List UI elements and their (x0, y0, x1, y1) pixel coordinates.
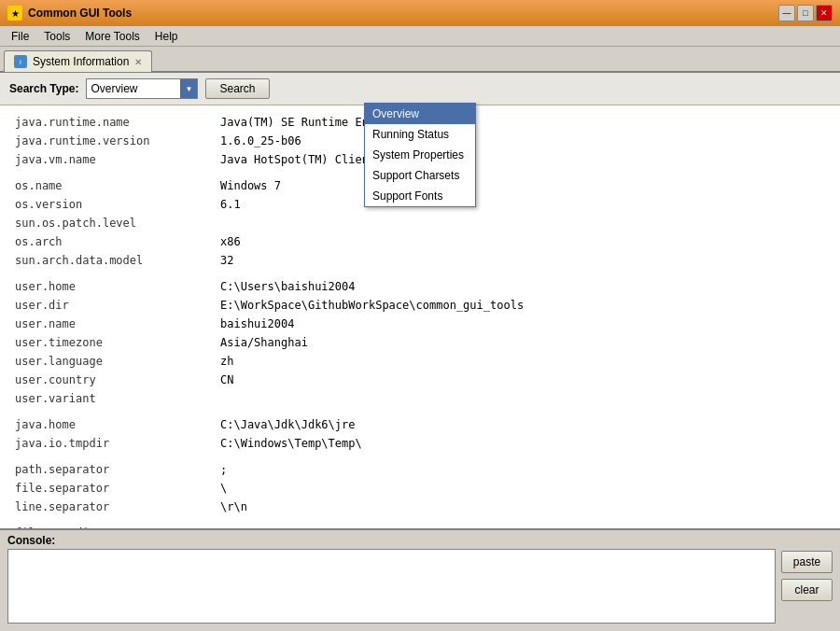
table-row: line.separator\r\n (15, 498, 825, 516)
maximize-button[interactable]: □ (797, 5, 814, 21)
info-key: java.io.tmpdir (15, 435, 220, 452)
dropdown-arrow-icon[interactable]: ▼ (180, 79, 197, 98)
paste-button[interactable]: paste (781, 551, 833, 573)
info-key: user.home (15, 278, 220, 295)
table-row: user.variant (15, 389, 825, 408)
close-button[interactable]: ✕ (816, 5, 833, 21)
table-row: user.countryCN (15, 371, 825, 389)
info-value: 32 (220, 252, 233, 269)
info-key: sun.arch.data.model (15, 252, 220, 269)
clear-button[interactable]: clear (781, 579, 833, 601)
table-row: file.separator\ (15, 479, 825, 498)
info-value: zh (220, 353, 233, 370)
app-icon: ★ (7, 6, 22, 21)
info-key: sun.os.patch.level (15, 215, 220, 231)
minimize-button[interactable]: — (778, 5, 795, 21)
menu-tools[interactable]: Tools (36, 28, 77, 45)
menu-bar: File Tools More Tools Help (0, 26, 840, 47)
info-key: user.dir (15, 297, 220, 314)
tab-bar: i System Information ✕ (0, 47, 840, 73)
info-value: 1.6.0_25-b06 (220, 133, 301, 149)
info-value: UTF-8 (220, 525, 254, 528)
info-spacer (15, 408, 825, 415)
table-row: sun.arch.data.model32 (15, 251, 825, 270)
info-value: C:\Windows\Temp\Temp\ (220, 435, 362, 452)
table-row: sun.os.patch.level (15, 214, 825, 232)
info-value: Asia/Shanghai (220, 334, 308, 351)
info-key: user.variant (15, 390, 220, 407)
tab-icon: i (14, 55, 27, 68)
title-bar: ★ Common GUI Tools — □ ✕ (0, 0, 840, 26)
info-value: C:\Users\baishui2004 (220, 278, 356, 295)
dropdown-option-support-fonts[interactable]: Support Fonts (365, 186, 475, 206)
info-spacer (15, 516, 825, 524)
dropdown-option-overview[interactable]: Overview (365, 104, 475, 124)
info-key: line.separator (15, 498, 220, 515)
console-label: Console: (0, 530, 840, 549)
search-bar: Search Type: Overview ▼ Search (0, 73, 840, 105)
info-value: 6.1 (220, 196, 241, 213)
table-row: java.homeC:\Java\Jdk\Jdk6\jre (15, 415, 825, 434)
info-key: user.language (15, 353, 220, 370)
table-row: user.dirE:\WorkSpace\GithubWorkSpace\com… (15, 296, 825, 315)
info-key: java.runtime.version (15, 133, 220, 149)
info-value: C:\Java\Jdk\Jdk6\jre (220, 416, 356, 433)
info-spacer (15, 270, 825, 277)
info-value: E:\WorkSpace\GithubWorkSpace\common_gui_… (220, 297, 524, 314)
console-buttons: paste clear (781, 549, 833, 624)
info-value: \r\n (220, 498, 247, 515)
search-type-label: Search Type: (9, 82, 78, 95)
info-key: java.runtime.name (15, 114, 220, 131)
search-type-wrapper: Overview ▼ (86, 78, 198, 99)
search-type-value: Overview (87, 80, 180, 97)
info-key: java.vm.name (15, 151, 220, 168)
tab-system-information[interactable]: i System Information ✕ (4, 50, 152, 72)
info-key: java.home (15, 416, 220, 433)
info-spacer (15, 453, 825, 460)
search-type-dropdown: Overview Running Status System Propertie… (364, 103, 476, 207)
dropdown-option-running-status[interactable]: Running Status (365, 124, 475, 145)
menu-help[interactable]: Help (147, 28, 186, 45)
table-row: path.separator; (15, 460, 825, 479)
menu-file[interactable]: File (4, 28, 36, 45)
info-value: \ (220, 480, 227, 497)
table-row: file.encodingUTF-8 (15, 524, 825, 528)
title-bar-text: Common GUI Tools (28, 7, 773, 20)
table-row: user.homeC:\Users\baishui2004 (15, 277, 825, 296)
table-row: user.languagezh (15, 352, 825, 371)
info-key: file.encoding (15, 525, 220, 528)
dropdown-option-system-properties[interactable]: System Properties (365, 145, 475, 165)
info-key: user.timezone (15, 334, 220, 351)
table-row: user.namebaishui2004 (15, 315, 825, 333)
info-key: os.version (15, 196, 220, 213)
table-row: user.timezoneAsia/Shanghai (15, 333, 825, 352)
info-value: ; (220, 461, 227, 478)
menu-more-tools[interactable]: More Tools (77, 28, 147, 45)
console-area: Console: paste clear (0, 528, 840, 631)
console-input[interactable] (7, 549, 776, 624)
info-value: CN (220, 372, 233, 388)
console-body: paste clear (0, 549, 840, 631)
info-key: user.country (15, 372, 220, 388)
info-value: baishui2004 (220, 316, 294, 332)
main-content: Search Type: Overview ▼ Search Overview … (0, 73, 840, 631)
info-key: os.name (15, 177, 220, 194)
info-value: x86 (220, 233, 241, 250)
search-button[interactable]: Search (205, 78, 269, 99)
tab-label: System Information (33, 55, 129, 68)
info-key: os.arch (15, 233, 220, 250)
tab-close-icon[interactable]: ✕ (134, 57, 142, 67)
info-key: path.separator (15, 461, 220, 478)
info-key: user.name (15, 316, 220, 332)
info-value: Windows 7 (220, 177, 281, 194)
dropdown-option-support-charsets[interactable]: Support Charsets (365, 165, 475, 186)
info-key: file.separator (15, 480, 220, 497)
window-controls: — □ ✕ (778, 5, 833, 21)
table-row: java.io.tmpdirC:\Windows\Temp\Temp\ (15, 434, 825, 453)
table-row: os.archx86 (15, 232, 825, 251)
